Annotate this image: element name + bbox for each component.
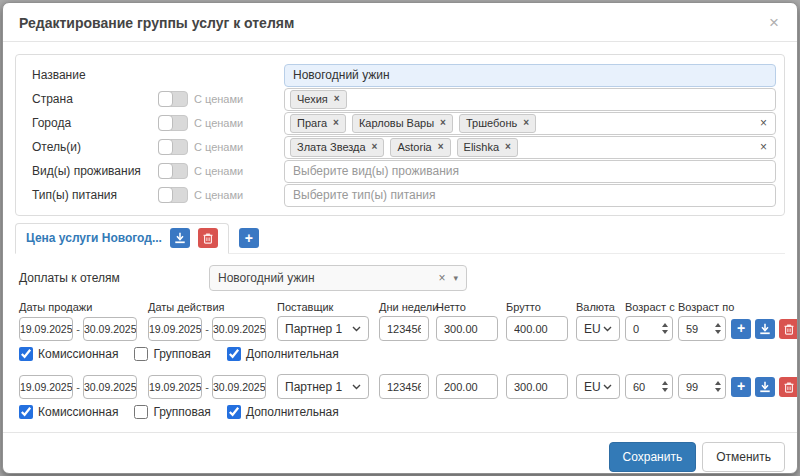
with-prices-label: С ценами [194,93,243,105]
tag-remove-icon[interactable]: × [372,142,378,152]
sale-dates-range: - [19,375,137,399]
price-tabs-bar: Цена услуги Новогод... [15,223,785,254]
tag-remove-icon[interactable]: × [334,94,340,104]
dialog-footer: Сохранить Отменить [3,432,797,474]
sale-date-to-input[interactable] [83,317,137,341]
clear-field-icon[interactable]: × [757,116,770,130]
age-to-stepper[interactable]: 99 [678,374,726,399]
chevron-down-icon [603,326,612,332]
delete-row-button[interactable] [779,377,798,397]
decrement-icon[interactable] [715,388,721,392]
decrement-icon[interactable] [662,330,668,334]
clear-field-icon[interactable]: × [757,140,770,154]
dialog-header: Редактирование группы услуг к отелям × [3,3,797,42]
decrement-icon[interactable] [715,330,721,334]
price-tab-label: Цена услуги Новогод... [26,231,162,245]
col-header-age-to: Возраст по [678,301,726,313]
col-header-sale-dates: Даты продажи [19,301,137,313]
supplier-select[interactable]: Партнер 1 [277,374,369,399]
selected-value: Партнер 1 [285,322,342,336]
commission-checkbox[interactable] [19,347,33,361]
city-tag: Прага × [290,114,346,133]
city-tag: Тршебонь × [459,114,536,133]
currency-select[interactable]: EU [576,374,620,399]
additional-checkbox-label[interactable]: Дополнительная [227,347,339,361]
checkbox-label: Групповая [153,405,210,419]
col-header-weekdays: Дни недели [379,301,429,313]
hotels-label: Отель(и) [24,140,158,154]
delete-row-button[interactable] [779,319,798,339]
add-tab-button[interactable]: + [239,228,259,248]
net-price-input[interactable] [436,316,498,341]
accommodation-select-input[interactable] [284,160,776,183]
export-row-button[interactable] [755,377,775,397]
commission-checkbox-label[interactable]: Комиссионная [19,347,118,361]
currency-select[interactable]: EU [576,316,620,341]
plus-icon: + [737,379,745,393]
dialog-body: Название Страна С ценами Чехия × [3,42,797,432]
edit-service-group-dialog: Редактирование группы услуг к отелям × Н… [2,2,798,474]
valid-date-from-input[interactable] [148,317,202,341]
sale-date-to-input[interactable] [83,375,137,399]
additional-checkbox-label[interactable]: Дополнительная [227,405,339,419]
valid-date-to-input[interactable] [212,375,266,399]
tag-remove-icon[interactable]: × [440,118,446,128]
clear-selection-icon[interactable]: × [438,271,445,285]
group-checkbox[interactable] [134,405,148,419]
increment-icon[interactable] [715,381,721,385]
additional-checkbox[interactable] [227,347,241,361]
gross-price-input[interactable] [506,316,568,341]
weekdays-input[interactable] [379,374,429,399]
country-with-prices-toggle[interactable] [158,91,188,107]
group-checkbox-label[interactable]: Групповая [134,405,210,419]
commission-checkbox-label[interactable]: Комиссионная [19,405,118,419]
name-input[interactable] [284,64,776,87]
increment-icon[interactable] [715,323,721,327]
group-checkbox[interactable] [134,347,148,361]
sale-date-from-input[interactable] [19,317,73,341]
sale-date-from-input[interactable] [19,375,73,399]
increment-icon[interactable] [662,381,668,385]
group-checkbox-label[interactable]: Групповая [134,347,210,361]
gross-price-input[interactable] [506,374,568,399]
age-from-stepper[interactable]: 60 [625,374,673,399]
export-tab-button[interactable] [170,228,190,248]
add-row-button[interactable]: + [731,319,751,339]
tag-remove-icon[interactable]: × [505,142,511,152]
accommodation-with-prices-toggle[interactable] [158,163,188,179]
meals-select-input[interactable] [284,184,776,207]
decrement-icon[interactable] [662,388,668,392]
cities-with-prices-toggle[interactable] [158,115,188,131]
add-row-button[interactable]: + [731,377,751,397]
save-button[interactable]: Сохранить [609,442,697,472]
age-from-stepper[interactable]: 0 [625,316,673,341]
selected-value: EU [584,380,601,394]
valid-date-from-input[interactable] [148,375,202,399]
hotels-multiselect[interactable]: Злата Звезда × Astoria × Elishka × × [284,136,776,159]
country-multiselect[interactable]: Чехия × [284,88,776,111]
hotels-with-prices-toggle[interactable] [158,139,188,155]
age-to-stepper[interactable]: 59 [678,316,726,341]
export-row-button[interactable] [755,319,775,339]
close-icon[interactable]: × [767,14,781,31]
cancel-button[interactable]: Отменить [702,442,785,472]
supplier-select[interactable]: Партнер 1 [277,316,369,341]
selected-value: Партнер 1 [285,380,342,394]
hotel-supplement-select[interactable]: Новогодний ужин × ▾ [209,265,467,291]
price-tab[interactable]: Цена услуги Новогод... [15,223,229,254]
price-row: - - Партнер 1 EU [19,316,781,341]
tag-label: Elishka [464,142,499,153]
additional-checkbox[interactable] [227,405,241,419]
valid-date-to-input[interactable] [212,317,266,341]
cities-multiselect[interactable]: Прага × Карловы Вары × Тршебонь × × [284,112,776,135]
tag-remove-icon[interactable]: × [333,118,339,128]
net-price-input[interactable] [436,374,498,399]
meals-with-prices-toggle[interactable] [158,187,188,203]
tag-remove-icon[interactable]: × [523,118,529,128]
commission-checkbox[interactable] [19,405,33,419]
with-prices-label: С ценами [194,189,243,201]
tag-remove-icon[interactable]: × [438,142,444,152]
increment-icon[interactable] [662,323,668,327]
weekdays-input[interactable] [379,316,429,341]
delete-tab-button[interactable] [198,228,218,248]
